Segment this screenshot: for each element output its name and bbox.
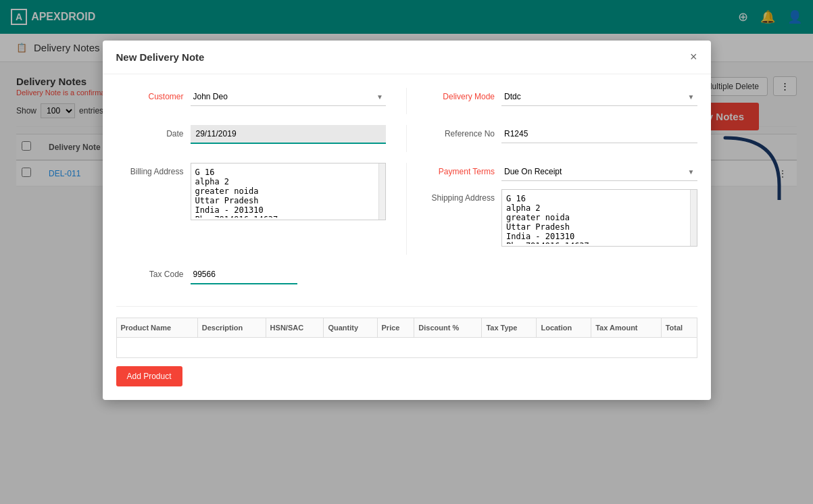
form-row-1: Customer John Deo ▼ Delivery Mode [116,88,697,114]
payment-terms-label: Payment Terms [427,163,495,176]
billing-address-wrapper: G 16 alpha 2 greater noida Uttar Pradesh… [191,163,387,200]
form-col-left-3: Billing Address G 16 alpha 2 greater noi… [116,163,387,200]
col-divider-2 [406,125,407,152]
reference-no-input[interactable] [501,125,697,143]
customer-select[interactable]: John Deo [191,88,387,105]
col-divider-3 [406,163,407,200]
customer-group: Customer John Deo ▼ [116,88,387,106]
date-group: Date [116,125,387,144]
billing-address-label: Billing Address [116,163,184,176]
modal-title: New Delivery Note [116,51,205,63]
form-row-3: Billing Address G 16 alpha 2 greater noi… [116,163,697,200]
billing-address-textarea[interactable]: G 16 alpha 2 greater noida Uttar Pradesh… [191,163,386,200]
form-col-right-1: Delivery Mode Dtdc ▼ [427,88,697,114]
delivery-mode-group: Delivery Mode Dtdc ▼ [427,88,697,106]
form-col-right-2: Reference No [427,125,697,152]
reference-no-group: Reference No [427,125,697,143]
modal-header: New Delivery Note × [103,41,711,74]
delivery-mode-label: Delivery Mode [427,88,495,101]
modal-body: Customer John Deo ▼ Delivery Mode [103,74,711,200]
payment-terms-select-wrapper: Due On Receipt ▼ [501,163,697,181]
billing-address-scrollbar [378,163,385,200]
modal-close-button[interactable]: × [690,50,697,64]
col-divider-1 [406,88,407,114]
form-row-2: Date Reference No [116,125,697,152]
new-delivery-note-modal: New Delivery Note × Customer John Deo ▼ [103,41,711,200]
modal-overlay: New Delivery Note × Customer John Deo ▼ [0,0,813,200]
date-input[interactable] [191,125,387,144]
shipping-address-wrapper: G 16 alpha 2 greater noida Uttar Pradesh… [501,189,697,200]
customer-select-wrapper: John Deo ▼ [191,88,387,106]
billing-address-group: Billing Address G 16 alpha 2 greater noi… [116,163,387,200]
form-col-left-1: Customer John Deo ▼ [116,88,387,114]
form-col-right-3: Payment Terms Due On Receipt ▼ Shipping … [427,163,697,200]
form-col-left-2: Date [116,125,387,152]
shipping-address-scrollbar [690,190,697,200]
shipping-address-label: Shipping Address [427,189,495,200]
reference-no-label: Reference No [427,125,495,138]
payment-terms-select[interactable]: Due On Receipt [501,163,697,180]
delivery-mode-select-wrapper: Dtdc ▼ [501,88,697,106]
payment-terms-group: Payment Terms Due On Receipt ▼ [427,163,697,181]
date-label: Date [116,125,184,138]
customer-label: Customer [116,88,184,101]
shipping-address-group: Shipping Address G 16 alpha 2 greater no… [427,189,697,200]
shipping-address-textarea[interactable]: G 16 alpha 2 greater noida Uttar Pradesh… [502,190,697,200]
delivery-mode-select[interactable]: Dtdc [501,88,697,105]
